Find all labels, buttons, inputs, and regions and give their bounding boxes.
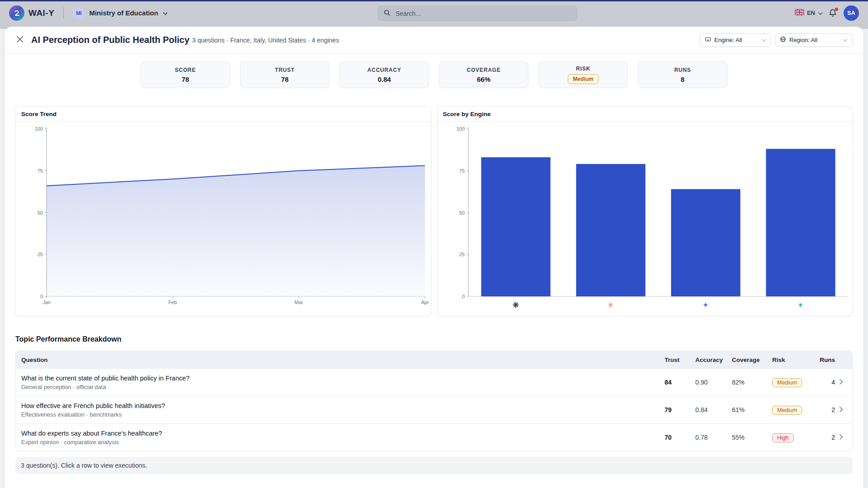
metric-cards: SCORE 78 TRUST 78 ACCURACY 0.84 COVERAGE… [5, 61, 863, 88]
metric-card-score: SCORE 78 [141, 61, 230, 88]
runs-value: 4 [812, 379, 840, 386]
bar-gemini[interactable] [671, 189, 740, 296]
metric-label: TRUST [275, 67, 295, 73]
question-detail: General perception · official data [21, 384, 659, 390]
coverage-value: 55% [732, 434, 772, 441]
metric-label: ACCURACY [367, 67, 401, 73]
metric-label: RISK [576, 66, 590, 72]
risk-badge: Medium [568, 74, 598, 84]
question-detail: Expert opinion · comparative analysis [21, 439, 659, 446]
trust-value: 70 [665, 434, 695, 441]
search-icon [383, 9, 391, 18]
app-logo-icon [9, 5, 24, 21]
avatar[interactable]: SA [844, 5, 859, 21]
claude-icon: ✳ [607, 301, 613, 309]
engine-filter-label: Engine: All [714, 37, 742, 43]
language-switcher[interactable]: EN [795, 9, 823, 17]
engine-filter-select[interactable]: Engine: All [700, 33, 771, 47]
bar-claude[interactable] [576, 164, 645, 296]
row-chevron-icon [840, 406, 852, 414]
question-detail: Effectiveness evaluation · benchmarks [21, 411, 659, 418]
accuracy-value: 0.84 [695, 406, 732, 413]
bar-openai[interactable] [481, 157, 550, 296]
close-icon [16, 35, 24, 45]
chevron-down-icon [818, 9, 823, 17]
svg-text:25: 25 [38, 252, 43, 257]
notification-dot [835, 8, 838, 11]
search-input[interactable] [395, 9, 572, 18]
runs-value: 2 [812, 434, 840, 441]
score-trend-chart: 0255075100JanFebMarApr [16, 122, 431, 316]
column-coverage: Coverage [732, 357, 772, 363]
page-title: AI Perception of Public Health Policy [31, 35, 189, 45]
question-text: How effective are French public health i… [21, 402, 659, 409]
trust-value: 84 [665, 379, 695, 386]
search-box[interactable] [378, 6, 577, 21]
table-header: Question Trust Accuracy Coverage Risk Ru… [16, 351, 852, 368]
svg-text:100: 100 [456, 126, 464, 131]
openai-icon: ❋ [512, 301, 519, 309]
accuracy-value: 0.78 [695, 434, 732, 441]
page-subtitle: 3 questions · France, Italy, United Stat… [192, 37, 339, 44]
svg-text:Feb: Feb [169, 300, 177, 305]
panel-header: AI Perception of Public Health Policy 3 … [5, 27, 863, 54]
metric-card-risk: RISK Medium [538, 61, 628, 88]
runs-value: 2 [812, 406, 840, 413]
section-title: Topic Performance Breakdown [15, 335, 853, 343]
svg-text:50: 50 [459, 210, 464, 216]
trust-value: 79 [665, 406, 695, 413]
svg-text:Mar: Mar [295, 300, 303, 305]
svg-text:100: 100 [35, 126, 43, 131]
score-trend-panel: Score Trend 0255075100JanFebMarApr [15, 106, 431, 316]
report-panel: AI Perception of Public Health Policy 3 … [5, 27, 863, 488]
question-text: What do experts say about France's healt… [21, 430, 659, 437]
table-row[interactable]: What is the current state of public heal… [16, 368, 852, 396]
panel-title: Score Trend [16, 107, 431, 122]
metric-value: 8 [681, 75, 684, 83]
column-question: Question [16, 357, 665, 363]
topbar-right: EN SA [795, 5, 859, 21]
panel-title: Score by Engine [438, 107, 853, 122]
topbar: WAI-Y MI Ministry of Education EN SA [0, 0, 868, 24]
coverage-value: 82% [732, 379, 772, 386]
metric-value: 78 [182, 75, 189, 83]
region-filter-select[interactable]: Region: All [775, 33, 853, 47]
svg-text:25: 25 [459, 252, 464, 257]
gemini-icon: ✦ [702, 301, 708, 309]
engine-icon [705, 36, 711, 44]
table-row[interactable]: How effective are French public health i… [16, 396, 852, 423]
charts-row: Score Trend 0255075100JanFebMarApr Score… [15, 106, 853, 316]
svg-text:0: 0 [462, 294, 464, 299]
metric-card-runs: RUNS 8 [638, 61, 727, 88]
score-by-engine-chart: 0255075100❋✳✦✶ [438, 122, 853, 316]
notifications-bell-icon[interactable] [829, 9, 838, 18]
engines-svg: 0255075100 [438, 122, 853, 316]
metric-label: RUNS [674, 67, 691, 73]
trend-svg: 0255075100JanFebMarApr [16, 122, 431, 316]
risk-badge: Medium [772, 406, 802, 415]
risk-badge: Medium [772, 378, 802, 387]
bar-perplexity[interactable] [766, 149, 835, 296]
risk-badge: High [772, 433, 794, 442]
svg-text:Apr: Apr [421, 300, 429, 305]
trend-area [47, 166, 425, 296]
filters: Engine: All Region: All [700, 33, 853, 47]
close-button[interactable] [15, 36, 24, 45]
chevron-down-icon [761, 37, 766, 43]
chevron-down-icon [843, 37, 848, 43]
column-runs: Runs [812, 357, 840, 363]
metric-card-trust: TRUST 78 [240, 61, 330, 88]
questions-table: Question Trust Accuracy Coverage Risk Ru… [15, 351, 853, 451]
table-row[interactable]: What do experts say about France's healt… [16, 423, 852, 451]
column-trust: Trust [665, 357, 695, 363]
topbar-divider [63, 7, 64, 19]
metric-card-coverage: COVERAGE 66% [439, 61, 528, 88]
svg-text:50: 50 [38, 210, 43, 216]
metric-label: COVERAGE [467, 67, 500, 73]
svg-text:75: 75 [38, 168, 43, 174]
svg-text:Jan: Jan [42, 300, 51, 305]
column-accuracy: Accuracy [695, 357, 732, 363]
perplexity-icon: ✶ [797, 301, 803, 309]
workspace-switcher[interactable]: MI Ministry of Education [73, 7, 168, 19]
row-chevron-icon [840, 433, 852, 441]
